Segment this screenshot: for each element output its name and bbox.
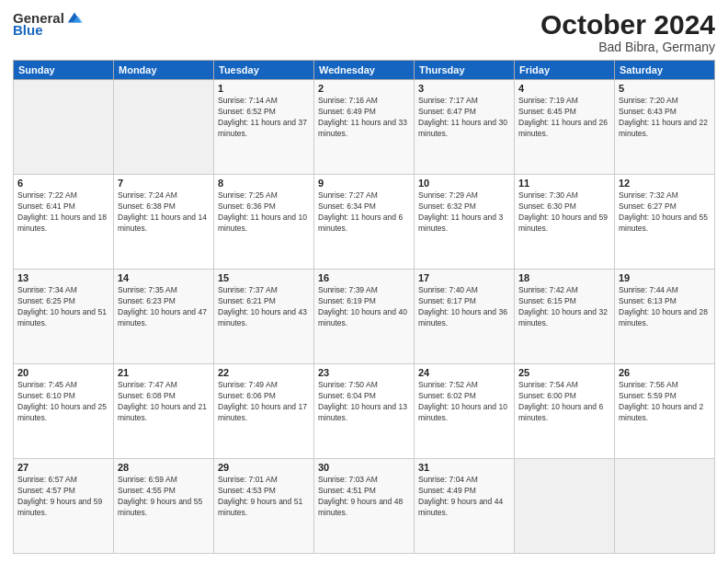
day-number: 11 xyxy=(518,178,610,189)
day-number: 6 xyxy=(17,178,109,189)
table-row: 17Sunrise: 7:40 AM Sunset: 6:17 PM Dayli… xyxy=(415,270,515,364)
day-info: Sunrise: 6:57 AM Sunset: 4:57 PM Dayligh… xyxy=(17,475,109,519)
table-row xyxy=(615,459,715,554)
day-number: 3 xyxy=(418,83,510,94)
col-wednesday: Wednesday xyxy=(314,61,415,80)
table-row: 26Sunrise: 7:56 AM Sunset: 5:59 PM Dayli… xyxy=(615,364,715,459)
day-info: Sunrise: 7:32 AM Sunset: 6:27 PM Dayligh… xyxy=(619,190,711,235)
day-info: Sunrise: 7:39 AM Sunset: 6:19 PM Dayligh… xyxy=(318,285,410,329)
table-row: 6Sunrise: 7:22 AM Sunset: 6:41 PM Daylig… xyxy=(14,175,114,270)
table-row: 25Sunrise: 7:54 AM Sunset: 6:00 PM Dayli… xyxy=(515,364,615,459)
day-number: 19 xyxy=(619,272,711,283)
calendar: Sunday Monday Tuesday Wednesday Thursday… xyxy=(13,60,715,554)
day-info: Sunrise: 7:25 AM Sunset: 6:36 PM Dayligh… xyxy=(218,190,310,235)
calendar-header-row: Sunday Monday Tuesday Wednesday Thursday… xyxy=(14,61,715,80)
day-info: Sunrise: 7:04 AM Sunset: 4:49 PM Dayligh… xyxy=(418,475,510,519)
table-row: 30Sunrise: 7:03 AM Sunset: 4:51 PM Dayli… xyxy=(314,459,415,554)
table-row: 20Sunrise: 7:45 AM Sunset: 6:10 PM Dayli… xyxy=(14,364,114,459)
table-row: 27Sunrise: 6:57 AM Sunset: 4:57 PM Dayli… xyxy=(14,459,114,554)
table-row: 21Sunrise: 7:47 AM Sunset: 6:08 PM Dayli… xyxy=(114,364,214,459)
table-row xyxy=(515,459,615,554)
day-info: Sunrise: 7:49 AM Sunset: 6:06 PM Dayligh… xyxy=(218,380,310,424)
day-number: 28 xyxy=(118,462,210,473)
table-row: 12Sunrise: 7:32 AM Sunset: 6:27 PM Dayli… xyxy=(615,175,715,270)
day-number: 27 xyxy=(17,462,109,473)
day-info: Sunrise: 7:34 AM Sunset: 6:25 PM Dayligh… xyxy=(17,285,109,329)
day-number: 4 xyxy=(518,83,610,94)
table-row: 31Sunrise: 7:04 AM Sunset: 4:49 PM Dayli… xyxy=(415,459,515,554)
day-number: 26 xyxy=(619,367,711,378)
title-block: October 2024 Bad Bibra, Germany xyxy=(540,9,715,54)
day-info: Sunrise: 7:29 AM Sunset: 6:32 PM Dayligh… xyxy=(418,190,510,235)
table-row: 28Sunrise: 6:59 AM Sunset: 4:55 PM Dayli… xyxy=(114,459,214,554)
day-number: 13 xyxy=(17,272,109,283)
table-row: 23Sunrise: 7:50 AM Sunset: 6:04 PM Dayli… xyxy=(314,364,415,459)
col-friday: Friday xyxy=(515,61,615,80)
table-row: 7Sunrise: 7:24 AM Sunset: 6:38 PM Daylig… xyxy=(114,175,214,270)
table-row: 29Sunrise: 7:01 AM Sunset: 4:53 PM Dayli… xyxy=(214,459,314,554)
day-number: 1 xyxy=(218,83,310,94)
day-info: Sunrise: 7:16 AM Sunset: 6:49 PM Dayligh… xyxy=(318,96,410,140)
day-number: 8 xyxy=(218,178,310,189)
col-tuesday: Tuesday xyxy=(214,61,314,80)
table-row: 2Sunrise: 7:16 AM Sunset: 6:49 PM Daylig… xyxy=(314,80,415,175)
day-info: Sunrise: 7:50 AM Sunset: 6:04 PM Dayligh… xyxy=(318,380,410,424)
day-info: Sunrise: 7:17 AM Sunset: 6:47 PM Dayligh… xyxy=(418,96,510,140)
table-row: 19Sunrise: 7:44 AM Sunset: 6:13 PM Dayli… xyxy=(615,270,715,364)
day-number: 18 xyxy=(518,272,610,283)
calendar-week-row: 27Sunrise: 6:57 AM Sunset: 4:57 PM Dayli… xyxy=(14,459,715,554)
day-number: 14 xyxy=(118,272,210,283)
day-info: Sunrise: 7:35 AM Sunset: 6:23 PM Dayligh… xyxy=(118,285,210,329)
day-number: 24 xyxy=(418,367,510,378)
table-row: 15Sunrise: 7:37 AM Sunset: 6:21 PM Dayli… xyxy=(214,270,314,364)
table-row: 1Sunrise: 7:14 AM Sunset: 6:52 PM Daylig… xyxy=(214,80,314,175)
logo-blue-text: Blue xyxy=(13,22,43,38)
day-info: Sunrise: 7:52 AM Sunset: 6:02 PM Dayligh… xyxy=(418,380,510,424)
table-row: 9Sunrise: 7:27 AM Sunset: 6:34 PM Daylig… xyxy=(314,175,415,270)
table-row: 24Sunrise: 7:52 AM Sunset: 6:02 PM Dayli… xyxy=(415,364,515,459)
day-number: 20 xyxy=(17,367,109,378)
page: General Blue October 2024 Bad Bibra, Ger… xyxy=(0,0,728,563)
day-info: Sunrise: 7:54 AM Sunset: 6:00 PM Dayligh… xyxy=(518,380,610,424)
day-info: Sunrise: 7:37 AM Sunset: 6:21 PM Dayligh… xyxy=(218,285,310,329)
col-thursday: Thursday xyxy=(415,61,515,80)
col-sunday: Sunday xyxy=(14,61,114,80)
day-info: Sunrise: 7:03 AM Sunset: 4:51 PM Dayligh… xyxy=(318,475,410,519)
day-number: 5 xyxy=(619,83,711,94)
header: General Blue October 2024 Bad Bibra, Ger… xyxy=(13,9,715,54)
table-row: 10Sunrise: 7:29 AM Sunset: 6:32 PM Dayli… xyxy=(415,175,515,270)
day-info: Sunrise: 7:44 AM Sunset: 6:13 PM Dayligh… xyxy=(619,285,711,329)
table-row: 5Sunrise: 7:20 AM Sunset: 6:43 PM Daylig… xyxy=(615,80,715,175)
day-info: Sunrise: 7:56 AM Sunset: 5:59 PM Dayligh… xyxy=(619,380,711,424)
location-subtitle: Bad Bibra, Germany xyxy=(540,40,715,54)
day-number: 17 xyxy=(418,272,510,283)
table-row xyxy=(14,80,114,175)
calendar-week-row: 20Sunrise: 7:45 AM Sunset: 6:10 PM Dayli… xyxy=(14,364,715,459)
day-number: 30 xyxy=(318,462,410,473)
col-saturday: Saturday xyxy=(615,61,715,80)
calendar-week-row: 1Sunrise: 7:14 AM Sunset: 6:52 PM Daylig… xyxy=(14,80,715,175)
day-number: 15 xyxy=(218,272,310,283)
table-row: 18Sunrise: 7:42 AM Sunset: 6:15 PM Dayli… xyxy=(515,270,615,364)
day-number: 23 xyxy=(318,367,410,378)
table-row: 4Sunrise: 7:19 AM Sunset: 6:45 PM Daylig… xyxy=(515,80,615,175)
table-row: 16Sunrise: 7:39 AM Sunset: 6:19 PM Dayli… xyxy=(314,270,415,364)
table-row: 8Sunrise: 7:25 AM Sunset: 6:36 PM Daylig… xyxy=(214,175,314,270)
table-row: 11Sunrise: 7:30 AM Sunset: 6:30 PM Dayli… xyxy=(515,175,615,270)
day-number: 21 xyxy=(118,367,210,378)
logo-icon xyxy=(66,9,83,26)
day-info: Sunrise: 7:22 AM Sunset: 6:41 PM Dayligh… xyxy=(17,190,109,235)
day-number: 10 xyxy=(418,178,510,189)
day-info: Sunrise: 7:27 AM Sunset: 6:34 PM Dayligh… xyxy=(318,190,410,235)
day-info: Sunrise: 7:20 AM Sunset: 6:43 PM Dayligh… xyxy=(619,96,711,140)
day-info: Sunrise: 7:40 AM Sunset: 6:17 PM Dayligh… xyxy=(418,285,510,329)
table-row xyxy=(114,80,214,175)
day-number: 2 xyxy=(318,83,410,94)
logo: General Blue xyxy=(13,9,83,38)
month-title: October 2024 xyxy=(540,9,715,40)
day-info: Sunrise: 7:24 AM Sunset: 6:38 PM Dayligh… xyxy=(118,190,210,235)
day-info: Sunrise: 7:45 AM Sunset: 6:10 PM Dayligh… xyxy=(17,380,109,424)
day-info: Sunrise: 7:01 AM Sunset: 4:53 PM Dayligh… xyxy=(218,475,310,519)
day-info: Sunrise: 6:59 AM Sunset: 4:55 PM Dayligh… xyxy=(118,475,210,519)
day-number: 22 xyxy=(218,367,310,378)
